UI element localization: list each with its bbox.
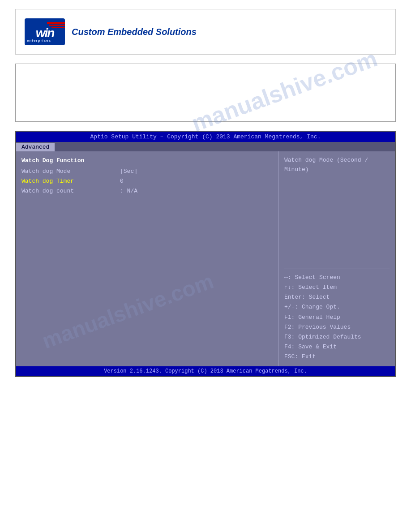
bios-left-panel: Watch Dog Function Watch dog Mode [Sec] … — [16, 151, 278, 366]
logo-stripe2 — [49, 25, 65, 26]
bios-wrapper: Aptio Setup Utility – Copyright (C) 2013… — [15, 131, 396, 377]
bios-item-watchdog-count: Watch dog count : N/A — [21, 186, 273, 196]
bios-footer: Version 2.16.1243. Copyright (C) 2013 Am… — [16, 366, 395, 376]
key-f4-save: F4: Save & Exit — [284, 342, 390, 352]
value-watchdog-timer: 0 — [120, 176, 124, 186]
label-watchdog-timer: Watch dog Timer — [21, 176, 120, 186]
logo-enterprises-text: enterprises — [27, 39, 51, 43]
tab-advanced[interactable]: Advanced — [16, 143, 55, 151]
header: win enterprises Custom Embedded Solution… — [15, 9, 396, 55]
key-change-opt: +/-: Change Opt. — [284, 302, 390, 312]
key-enter-select: Enter: Select — [284, 292, 390, 302]
bios-main: Watch Dog Function Watch dog Mode [Sec] … — [16, 151, 395, 366]
bios-help-text: Watch dog Mode (Second / Minute) — [284, 156, 390, 265]
label-watchdog-count: Watch dog count — [21, 186, 120, 196]
company-tagline: Custom Embedded Solutions — [72, 27, 197, 37]
logo-stripe1 — [47, 22, 65, 24]
bios-footer-text: Version 2.16.1243. Copyright (C) 2013 Am… — [104, 368, 307, 374]
key-select-item: ↑↓: Select Item — [284, 283, 390, 292]
key-f3-defaults: F3: Optimized Defaults — [284, 332, 390, 342]
key-f1-help: F1: General Help — [284, 313, 390, 322]
bios-container: Aptio Setup Utility – Copyright (C) 2013… — [15, 131, 396, 377]
logo-stripe3 — [51, 27, 65, 28]
logo-box: win enterprises — [25, 18, 65, 45]
key-esc-exit: ESC: Exit — [284, 352, 390, 362]
logo-win-text: win — [36, 27, 54, 39]
watermark: manualshive.com — [188, 45, 381, 137]
key-f2-prev: F2: Previous Values — [284, 322, 390, 332]
key-select-screen: ↔: Select Screen — [284, 273, 390, 283]
bios-item-watchdog-timer: Watch dog Timer 0 — [21, 176, 273, 186]
logo-area: win enterprises Custom Embedded Solution… — [25, 18, 197, 45]
value-watchdog-mode: [Sec] — [120, 167, 137, 176]
label-watchdog-mode: Watch dog Mode — [21, 167, 120, 176]
bios-right-panel: Watch dog Mode (Second / Minute) ↔: Sele… — [278, 151, 395, 366]
bios-title-bar: Aptio Setup Utility – Copyright (C) 2013… — [16, 132, 395, 142]
bios-tab-bar: Advanced — [16, 142, 395, 151]
bios-title-text: Aptio Setup Utility – Copyright (C) 2013… — [90, 133, 321, 140]
bios-section-title: Watch Dog Function — [21, 156, 273, 166]
bios-item-watchdog-mode: Watch dog Mode [Sec] — [21, 167, 273, 176]
value-watchdog-count: : N/A — [120, 186, 137, 196]
white-content-box: manualshive.com — [15, 64, 396, 122]
bios-keys: ↔: Select Screen ↑↓: Select Item Enter: … — [284, 269, 390, 362]
